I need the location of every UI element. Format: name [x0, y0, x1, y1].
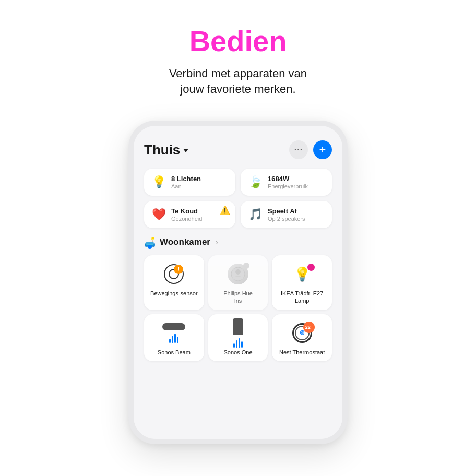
music-sub: Op 2 speakers	[268, 216, 305, 222]
nest-icon-area: 🌀 22°	[290, 320, 315, 346]
svg-point-1	[235, 269, 241, 275]
music-icon: 🎵	[248, 208, 263, 221]
page-subtitle: Verbind met apparaten van jouw favoriete…	[169, 66, 307, 98]
device-sonos-beam[interactable]: Sonos Beam	[144, 314, 204, 361]
ikea-lamp-icon-area: 💡	[290, 261, 315, 287]
room-active-dot	[148, 245, 152, 249]
sonos-one-label: Sonos One	[223, 349, 252, 356]
sonos-one-icon-area	[225, 320, 251, 346]
health-icon: ❤️	[151, 208, 166, 221]
home-title-area[interactable]: Thuis	[144, 142, 188, 158]
more-button[interactable]: ···	[289, 140, 308, 159]
devices-grid: ! Bewegings-sensor	[144, 255, 332, 361]
stat-info-lights: 8 Lichten Aan	[171, 175, 201, 189]
room-icon-wrap: 🛋️	[144, 236, 156, 248]
energy-title: 1684W	[268, 175, 308, 183]
bar-3	[239, 338, 240, 348]
energy-icon: 🍃	[248, 175, 263, 189]
room-name[interactable]: Woonkamer	[160, 237, 210, 247]
warning-badge: ⚠️	[220, 205, 230, 215]
stat-info-music: Speelt Af Op 2 speakers	[268, 207, 305, 222]
device-nest[interactable]: 🌀 22° Nest Thermostaat	[272, 314, 332, 361]
home-label: Thuis	[144, 142, 180, 158]
phone-frame: Thuis ··· +	[128, 121, 348, 444]
light-icon: 💡	[151, 175, 166, 189]
sonos-beam-content	[162, 323, 185, 343]
ikea-lamp-label: IKEA Trådfri E27 Lamp	[277, 290, 327, 305]
hue-iris-status-dot	[243, 263, 249, 269]
stat-card-music[interactable]: 🎵 Speelt Af Op 2 speakers	[241, 201, 332, 228]
bar-1	[233, 343, 235, 348]
hue-iris-icon-area	[225, 261, 251, 287]
stat-info-energy: 1684W Energieverbruik	[268, 175, 308, 189]
motion-sensor-icon-area: !	[161, 261, 186, 287]
room-chevron-icon: ›	[216, 238, 218, 246]
device-sonos-one[interactable]: Sonos One	[208, 314, 268, 361]
lights-sub: Aan	[171, 183, 201, 189]
nest-label: Nest Thermostaat	[279, 349, 325, 356]
motion-sensor-label: Bewegings-sensor	[150, 290, 198, 297]
health-title: Te Koud	[171, 207, 202, 215]
stat-card-health[interactable]: ❤️ Te Koud Gezondheid ⚠️	[144, 201, 235, 228]
page-title: Bedien	[169, 25, 307, 57]
device-hue-iris[interactable]: Philips HueIris	[208, 255, 268, 310]
bar-1	[169, 339, 171, 343]
hue-iris-label: Philips HueIris	[223, 290, 253, 305]
chevron-down-icon	[183, 149, 188, 152]
phone-screen: Thuis ··· +	[134, 126, 342, 439]
sonos-one-bars	[233, 337, 243, 348]
device-motion-sensor[interactable]: ! Bewegings-sensor	[144, 255, 204, 310]
nest-temperature-badge: 22°	[303, 322, 315, 333]
add-button[interactable]: +	[313, 140, 332, 159]
motion-warning-badge: !	[174, 265, 183, 274]
stats-grid: 💡 8 Lichten Aan 🍃 1684W Energieverbruik	[144, 169, 332, 228]
warning-icon: !	[174, 265, 183, 274]
bar-4	[177, 337, 178, 343]
color-indicator-dot	[307, 264, 315, 271]
bar-3	[174, 334, 176, 343]
bar-2	[172, 336, 173, 343]
hue-iris-svg	[231, 267, 245, 281]
app-content: Thuis ··· +	[134, 126, 342, 370]
sonos-one-shape	[233, 318, 243, 335]
energy-sub: Energieverbruik	[268, 183, 308, 189]
sonos-beam-label: Sonos Beam	[158, 349, 191, 356]
stat-card-lights[interactable]: 💡 8 Lichten Aan	[144, 169, 235, 196]
sonos-beam-shape	[162, 323, 185, 330]
health-sub: Gezondheid	[171, 216, 202, 222]
sonos-beam-bars	[169, 332, 178, 343]
lights-title: 8 Lichten	[171, 175, 201, 183]
app-header: Thuis ··· +	[144, 140, 332, 159]
phone-mockup: Thuis ··· +	[128, 121, 348, 444]
stat-card-energy[interactable]: 🍃 1684W Energieverbruik	[241, 169, 332, 196]
more-dots-icon: ···	[294, 145, 303, 154]
bar-2	[236, 340, 237, 348]
sonos-one-content	[233, 318, 243, 348]
music-title: Speelt Af	[268, 207, 305, 215]
stat-info-health: Te Koud Gezondheid	[171, 207, 202, 222]
page-header: Bedien Verbind met apparaten van jouw fa…	[159, 0, 317, 110]
device-ikea-lamp[interactable]: 💡 IKEA Trådfri E27 Lamp	[272, 255, 332, 310]
add-icon: +	[319, 144, 326, 156]
sonos-beam-icon-area	[161, 320, 186, 346]
room-section-header: 🛋️ Woonkamer ›	[144, 236, 332, 248]
header-buttons: ··· +	[289, 140, 332, 159]
nest-badge: 22°	[303, 322, 315, 333]
bar-4	[241, 341, 243, 348]
